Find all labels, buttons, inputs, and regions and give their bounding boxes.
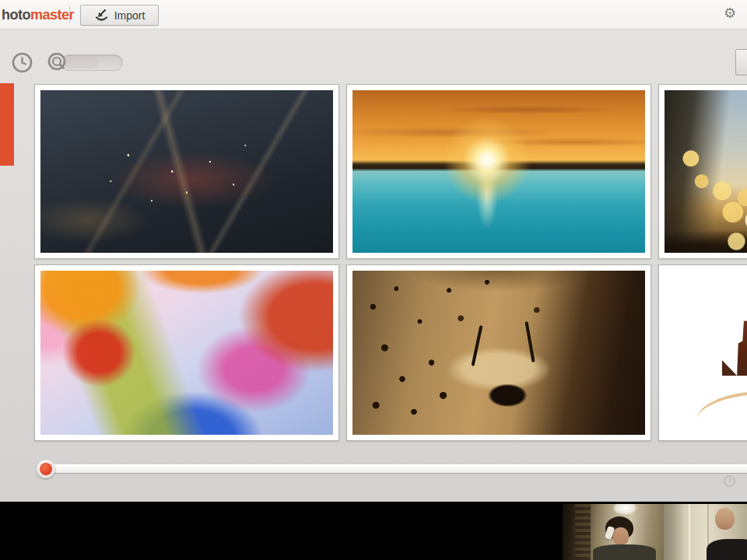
album-accent-panel <box>0 83 14 166</box>
photo-card[interactable] <box>658 264 747 441</box>
import-button[interactable]: Import <box>80 5 159 26</box>
photo-card[interactable] <box>346 84 651 259</box>
photo-thumbnail-petals <box>40 271 333 435</box>
artwork-wall-panel-line <box>689 504 690 560</box>
settings-button[interactable]: ⚙ <box>719 2 741 25</box>
grid-scroll-slider-handle[interactable] <box>37 460 55 478</box>
artwork-presenter-head <box>715 508 735 530</box>
webcam-feed-right <box>664 504 747 560</box>
artwork-presenter-face <box>612 527 629 545</box>
import-button-label: Import <box>114 9 146 22</box>
magnifier-icon <box>47 51 70 75</box>
clock-watermark-icon <box>724 475 735 487</box>
zoom-slider-track[interactable] <box>61 54 123 71</box>
photo-thumbnail-sunset-sea <box>352 90 645 253</box>
recent-photos-button[interactable] <box>11 51 33 74</box>
photo-thumbnail-desert-butte <box>665 271 747 435</box>
photo-app-window: hotomaster Import ⚙ <box>0 0 747 502</box>
grid-scroll-slider-track[interactable] <box>44 464 747 473</box>
app-logo: hotomaster <box>2 7 74 23</box>
toolbar-divider <box>69 6 70 23</box>
toolbar: hotomaster Import ⚙ <box>0 0 747 30</box>
artwork-cheetah-tear-mark <box>471 325 482 366</box>
photo-card[interactable] <box>34 264 339 441</box>
photo-thumbnail-bokeh-lights <box>665 90 747 253</box>
logo-text-accent: master <box>30 7 74 23</box>
photo-card[interactable] <box>658 84 747 259</box>
gear-icon: ⚙ <box>724 5 736 22</box>
clock-icon <box>11 51 33 74</box>
artwork-presenter-body <box>593 544 656 560</box>
photo-card[interactable] <box>34 84 339 259</box>
artwork-ceiling-lamp <box>613 504 637 515</box>
artwork-door-slats <box>575 504 591 560</box>
logo-text-prefix: hoto <box>2 7 30 23</box>
webcam-feed-left <box>563 504 664 560</box>
import-icon <box>94 9 109 22</box>
view-options-button[interactable] <box>735 49 747 75</box>
video-frame: hotomaster Import ⚙ <box>0 0 747 560</box>
photo-card[interactable] <box>346 264 651 441</box>
photo-thumbnail-cheetah <box>352 271 645 435</box>
artwork-presenter-body <box>707 539 747 560</box>
photo-thumbnail-city-night <box>40 90 333 253</box>
thumbnail-zoom-slider[interactable] <box>47 51 124 74</box>
artwork-butte <box>722 320 747 376</box>
artwork-desert-road <box>695 386 747 435</box>
artwork-cheetah-tear-mark <box>524 321 535 362</box>
